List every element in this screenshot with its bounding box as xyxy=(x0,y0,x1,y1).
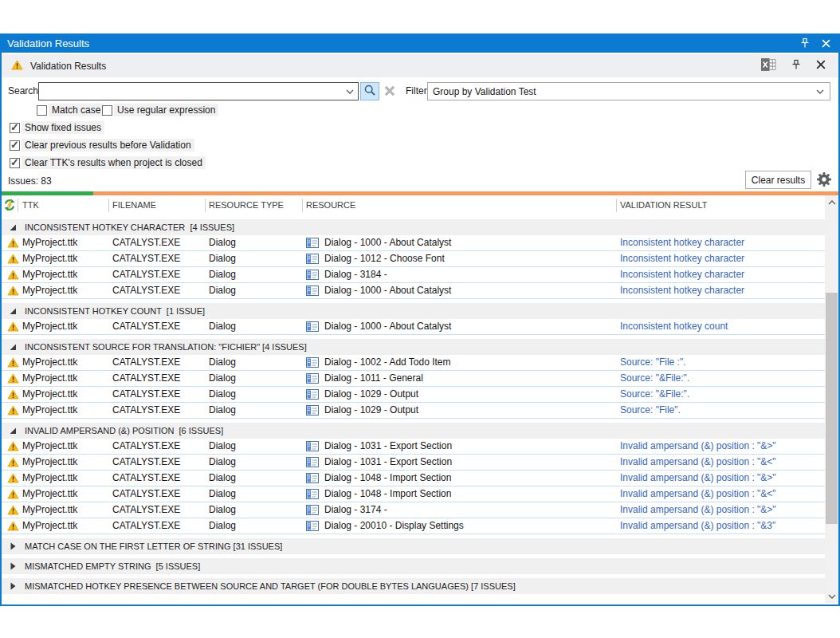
group-header[interactable]: MISMATCHED HOTKEY PRESENCE BETWEEN SOURC… xyxy=(2,578,825,594)
clear-search-icon[interactable] xyxy=(383,85,396,97)
resource-type-cell: Dialog xyxy=(209,283,236,298)
issue-row[interactable]: MyProject.ttkCATALYST.EXEDialogDialog - … xyxy=(2,251,825,267)
validation-result-cell: Source: "File :". xyxy=(620,355,686,370)
column-separator xyxy=(108,199,109,212)
group-header[interactable]: INVALID AMPERSAND (&) POSITION [6 ISSUES… xyxy=(2,423,825,439)
group-header[interactable]: INCONSISTENT HOTKEY COUNT [1 ISSUE] xyxy=(2,303,825,319)
validation-result-cell: Invalid ampersand (&) position : "&3" xyxy=(620,518,775,534)
match-case-checkbox[interactable] xyxy=(37,105,47,116)
resource-cell: Dialog - 1012 - Choose Font xyxy=(306,251,445,266)
warning-icon xyxy=(11,60,23,73)
collapsed-triangle-icon[interactable] xyxy=(9,542,17,550)
resource-name: Dialog - 1002 - Add Todo Item xyxy=(324,355,451,370)
dialog-icon xyxy=(306,286,319,296)
filename-cell: CATALYST.EXE xyxy=(112,251,180,266)
results-table-body: INCONSISTENT HOTKEY CHARACTER [4 ISSUES]… xyxy=(2,215,825,603)
search-combobox[interactable] xyxy=(38,82,359,100)
search-button[interactable] xyxy=(360,82,379,100)
warning-icon xyxy=(7,389,19,400)
show-fixed-issues-checkbox[interactable] xyxy=(10,123,20,133)
issue-row[interactable]: MyProject.ttkCATALYST.EXEDialogDialog - … xyxy=(2,471,825,486)
issue-row[interactable]: MyProject.ttkCATALYST.EXEDialogDialog - … xyxy=(2,502,825,518)
warning-icon xyxy=(7,441,19,451)
chevron-down-icon[interactable] xyxy=(342,89,358,94)
ttk-cell: MyProject.ttk xyxy=(22,251,77,266)
filename-cell: CATALYST.EXE xyxy=(112,471,180,486)
search-input[interactable] xyxy=(39,84,342,99)
clear-results-button[interactable]: Clear results xyxy=(745,171,811,189)
issue-row[interactable]: MyProject.ttkCATALYST.EXEDialogDialog - … xyxy=(2,403,825,419)
validation-result-cell: Source: "File". xyxy=(620,403,681,418)
issue-row[interactable]: MyProject.ttkCATALYST.EXEDialogDialog - … xyxy=(2,518,825,534)
collapsed-triangle-icon[interactable] xyxy=(9,562,17,570)
issue-row[interactable]: MyProject.ttkCATALYST.EXEDialogDialog - … xyxy=(2,371,825,387)
resource-name: Dialog - 1029 - Output xyxy=(324,403,418,418)
issue-row[interactable]: MyProject.ttkCATALYST.EXEDialogDialog - … xyxy=(2,455,825,471)
issues-count: Issues: 83 xyxy=(8,175,52,187)
issue-row[interactable]: MyProject.ttkCATALYST.EXEDialogDialog - … xyxy=(2,235,825,251)
clear-previous-results-option[interactable]: Clear previous results before Validation xyxy=(10,139,194,152)
expanded-triangle-icon[interactable] xyxy=(9,307,17,315)
use-regex-option[interactable]: Use regular expression xyxy=(102,104,218,116)
warning-icon xyxy=(7,473,19,483)
expanded-triangle-icon[interactable] xyxy=(9,427,17,435)
issue-row[interactable]: MyProject.ttkCATALYST.EXEDialogDialog - … xyxy=(2,355,825,371)
export-to-excel-icon[interactable] xyxy=(761,58,776,73)
group-header[interactable]: INCONSISTENT SOURCE FOR TRANSLATION: "FI… xyxy=(2,339,825,355)
show-fixed-issues-option[interactable]: Show fixed issues xyxy=(10,121,104,134)
issue-row[interactable]: MyProject.ttkCATALYST.EXEDialogDialog - … xyxy=(2,319,825,335)
resource-name: Dialog - 1029 - Output xyxy=(324,387,418,402)
resource-type-cell: Dialog xyxy=(209,267,236,282)
scroll-down-icon[interactable] xyxy=(825,589,838,603)
validation-result-cell: Invalid ampersand (&) position : "&>" xyxy=(620,439,776,454)
column-header-ttk[interactable]: TTK xyxy=(22,200,39,210)
ttk-cell: MyProject.ttk xyxy=(22,371,77,386)
issue-row[interactable]: MyProject.ttkCATALYST.EXEDialogDialog - … xyxy=(2,486,825,502)
ttk-cell: MyProject.ttk xyxy=(22,439,77,454)
column-header-resource-type[interactable]: RESOURCE TYPE xyxy=(209,200,284,210)
close-icon[interactable] xyxy=(816,60,826,72)
issue-row[interactable]: MyProject.ttkCATALYST.EXEDialogDialog - … xyxy=(2,387,825,403)
clear-ttk-results-option[interactable]: Clear TTK's results when project is clos… xyxy=(10,156,206,169)
ttk-cell: MyProject.ttk xyxy=(22,403,77,418)
filename-cell: CATALYST.EXE xyxy=(112,235,180,250)
validation-result-cell: Source: "&File:". xyxy=(620,387,689,402)
revalidate-icon[interactable] xyxy=(3,199,16,213)
scroll-up-icon[interactable] xyxy=(825,195,838,209)
vertical-scrollbar[interactable] xyxy=(825,195,838,603)
ttk-cell: MyProject.ttk xyxy=(22,283,77,298)
group-header[interactable]: MISMATCHED EMPTY STRING [5 ISSUES] xyxy=(2,558,825,574)
issue-row[interactable]: MyProject.ttkCATALYST.EXEDialogDialog - … xyxy=(2,439,825,455)
resource-cell: Dialog - 1011 - General xyxy=(306,371,423,386)
column-separator xyxy=(18,199,18,212)
column-header-validation-result[interactable]: VALIDATION RESULT xyxy=(620,200,707,210)
group-header[interactable]: INCONSISTENT HOTKEY CHARACTER [4 ISSUES] xyxy=(2,219,825,235)
pin-icon[interactable] xyxy=(800,37,810,49)
clear-previous-results-checkbox[interactable] xyxy=(10,140,20,151)
scrollbar-thumb[interactable] xyxy=(826,293,838,524)
expanded-triangle-icon[interactable] xyxy=(9,223,17,231)
pin-icon[interactable] xyxy=(791,59,801,73)
dialog-icon xyxy=(306,389,319,400)
expanded-triangle-icon[interactable] xyxy=(9,343,17,351)
issue-row[interactable]: MyProject.ttkCATALYST.EXEDialogDialog - … xyxy=(2,267,825,283)
group-header[interactable]: MATCH CASE ON THE FIRST LETTER OF STRING… xyxy=(2,538,825,554)
column-header-resource[interactable]: RESOURCE xyxy=(306,200,355,210)
gear-icon[interactable] xyxy=(816,171,832,187)
filter-dropdown[interactable]: Group by Validation Test xyxy=(427,82,830,100)
column-header-filename[interactable]: FILENAME xyxy=(112,200,156,210)
use-regex-label: Use regular expression xyxy=(114,104,218,116)
close-icon[interactable] xyxy=(822,39,830,48)
collapsed-triangle-icon[interactable] xyxy=(9,582,17,590)
resource-name: Dialog - 1000 - About Catalyst xyxy=(324,319,451,334)
issue-row[interactable]: MyProject.ttkCATALYST.EXEDialogDialog - … xyxy=(2,283,825,299)
use-regex-checkbox[interactable] xyxy=(102,105,112,116)
toolbar-title: Validation Results xyxy=(30,61,106,72)
match-case-option[interactable]: Match case xyxy=(37,104,104,116)
resource-type-cell: Dialog xyxy=(209,518,236,534)
resource-cell: Dialog - 1048 - Import Section xyxy=(306,471,451,486)
clear-ttk-results-checkbox[interactable] xyxy=(10,158,20,168)
resource-cell: Dialog - 1031 - Export Section xyxy=(306,455,452,470)
filename-cell: CATALYST.EXE xyxy=(112,486,180,502)
filter-label: Filter xyxy=(406,85,427,96)
